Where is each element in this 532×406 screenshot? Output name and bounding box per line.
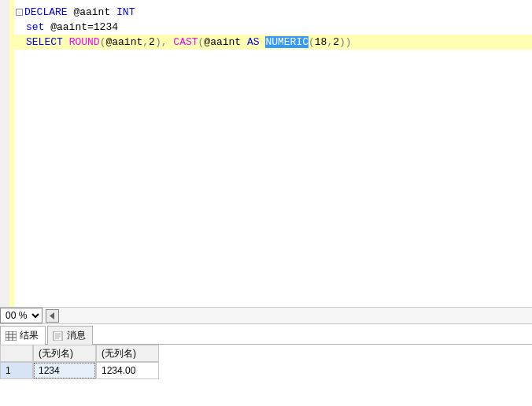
svg-rect-6 <box>54 331 62 341</box>
token-paren: , <box>161 36 168 48</box>
token-function: ROUND <box>69 36 100 48</box>
results-grid[interactable]: (无列名) (无列名) 1 1234 1234.00 <box>0 345 532 379</box>
token-paren: ( <box>308 36 315 48</box>
zoom-select[interactable]: 00 % <box>0 308 42 323</box>
token-keyword: SELECT <box>26 36 63 48</box>
token-text: @aaint <box>68 6 116 18</box>
token-function: CAST <box>173 36 198 48</box>
token-paren: ) <box>155 36 161 48</box>
document-icon <box>53 331 64 341</box>
token-text: @aaint <box>204 36 247 48</box>
token-keyword: AS <box>247 36 260 48</box>
editor-gutter <box>0 0 9 307</box>
token-text: 2 <box>333 36 339 48</box>
tab-label: 结果 <box>20 329 39 342</box>
token-keyword: set <box>26 21 44 33</box>
column-header[interactable]: (无列名) <box>33 345 96 362</box>
zoom-bar: 00 % <box>0 307 532 324</box>
tab-results[interactable]: 结果 <box>0 326 46 345</box>
tab-label: 消息 <box>67 329 86 342</box>
selection: NUMERIC <box>265 36 308 48</box>
code-line[interactable]: set @aaint=1234 <box>14 20 532 35</box>
tab-messages[interactable]: 消息 <box>47 326 93 345</box>
token-paren: ) <box>345 36 352 48</box>
column-header[interactable]: (无列名) <box>96 345 159 362</box>
token-text: 18 <box>315 36 327 48</box>
results-tabs: 结果 消息 <box>0 324 532 345</box>
scroll-left-button[interactable] <box>46 309 59 323</box>
code-line[interactable]: -DECLARE @aaint INT <box>14 5 532 20</box>
svg-marker-0 <box>50 312 54 319</box>
fold-minus-icon[interactable]: - <box>16 9 23 16</box>
token-text: 2 <box>149 36 155 48</box>
token-text: @aaint=1234 <box>44 21 118 33</box>
code-area[interactable]: -DECLARE @aaint INT set @aaint=1234 SELE… <box>14 0 532 307</box>
grid-cell[interactable]: 1234.00 <box>96 362 159 379</box>
triangle-left-icon <box>50 312 55 319</box>
grid-icon <box>6 331 17 341</box>
code-line-current[interactable]: SELECT ROUND(@aaint,2), CAST(@aaint AS N… <box>14 35 532 50</box>
token-keyword: DECLARE <box>24 6 68 18</box>
table-row[interactable]: 1 1234 1234.00 <box>0 362 532 379</box>
grid-header-row: (无列名) (无列名) <box>0 345 532 362</box>
token-function: NUMERIC <box>265 36 308 48</box>
corner-cell[interactable] <box>0 345 33 362</box>
token-text: @aaint <box>105 36 142 48</box>
grid-cell[interactable]: 1234 <box>33 362 96 379</box>
row-header[interactable]: 1 <box>0 362 33 379</box>
token-type: INT <box>116 6 135 18</box>
token-paren: ) <box>339 36 345 48</box>
sql-editor-pane[interactable]: -DECLARE @aaint INT set @aaint=1234 SELE… <box>0 0 532 307</box>
svg-rect-1 <box>6 331 17 341</box>
token-paren: , <box>142 36 149 48</box>
